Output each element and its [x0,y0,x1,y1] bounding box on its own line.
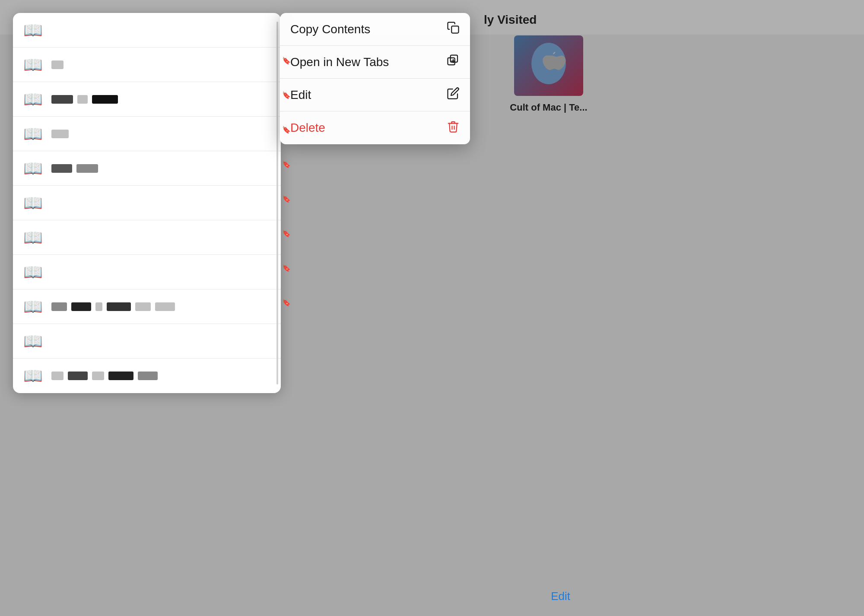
book-icon: 📖 [23,57,43,73]
bookmark-item[interactable]: 📖 [13,359,281,393]
bookmark-item[interactable]: 📖 [13,186,281,220]
open-new-tabs-label: Open in New Tabs [290,55,389,69]
edit-label: Edit [290,88,311,102]
copy-contents-menu-item[interactable]: Copy Contents [280,13,470,46]
sidebar-mini-icon: 🔖 [281,216,292,251]
book-icon: 📖 [23,333,43,349]
text-placeholder [92,372,104,380]
book-icon: 📖 [23,92,43,107]
text-placeholder [51,372,64,380]
sidebar-mini-icons: 🔖 🔖 🔖 🔖 🔖 🔖 🔖 🔖 [281,43,292,320]
text-placeholder [77,95,88,104]
text-placeholder [108,372,133,380]
context-menu: Copy Contents Open in New Tabs Edit [280,13,470,144]
sidebar-mini-icon: 🔖 [281,112,292,147]
sidebar-mini-icon: 🔖 [281,78,292,112]
text-placeholder [51,302,67,311]
text-placeholder [138,372,158,380]
edit-icon [447,87,460,103]
text-placeholder [51,130,69,138]
bookmark-item[interactable]: 📖 [13,117,281,151]
bookmark-item[interactable]: 📖 [13,13,281,48]
bookmark-item[interactable]: 📖 [13,255,281,289]
sidebar-mini-icon: 🔖 [281,43,292,78]
bookmark-content [51,95,270,104]
thumbnail-image [527,40,570,92]
sidebar-mini-icon: 🔖 [281,251,292,285]
copy-icon [447,21,460,37]
bookmark-item[interactable]: 📖 [13,324,281,359]
freq-visited-title: ly Visited [484,13,613,27]
bookmark-item[interactable]: 📖 [13,151,281,186]
text-placeholder [92,95,118,104]
bookmark-item[interactable]: 📖 [13,48,281,82]
text-placeholder [51,164,72,173]
text-placeholder [135,302,151,311]
cult-of-mac-thumbnail [514,35,583,96]
delete-label: Delete [290,121,325,135]
open-new-tabs-menu-item[interactable]: Open in New Tabs [280,46,470,79]
sidebar-mini-icon: 🔖 [281,181,292,216]
frequently-visited-section: ly Visited Cult of Mac | Te... [484,13,613,114]
text-placeholder [51,60,64,69]
sidebar-mini-icon: 🔖 [281,285,292,320]
text-placeholder [155,302,175,311]
trash-icon [447,120,460,136]
bookmark-content [51,372,270,380]
sidebar-mini-icon: 🔖 [281,147,292,181]
book-icon: 📖 [23,264,43,280]
book-icon: 📖 [23,126,43,142]
bookmark-content [51,302,270,311]
book-icon: 📖 [23,22,43,38]
book-icon: 📖 [23,368,43,384]
text-placeholder [107,302,131,311]
book-icon: 📖 [23,195,43,211]
new-tabs-icon [447,54,460,70]
bookmark-content [51,130,270,138]
scroll-indicator[interactable] [276,22,278,384]
freq-visited-item[interactable]: Cult of Mac | Te... [484,35,613,114]
bookmark-item[interactable]: 📖 [13,220,281,255]
text-placeholder [95,302,102,311]
edit-button[interactable]: Edit [551,590,570,603]
text-placeholder [51,95,73,104]
bookmark-item[interactable]: 📖 [13,289,281,324]
freq-visited-item-label: Cult of Mac | Te... [510,101,587,114]
bookmark-content [51,60,270,69]
bookmarks-panel: 📖 📖 📖 📖 📖 📖 [13,13,281,393]
text-placeholder [68,372,88,380]
edit-menu-item[interactable]: Edit [280,79,470,111]
bookmark-content [51,164,270,173]
text-placeholder [76,164,98,173]
book-icon: 📖 [23,299,43,314]
copy-contents-label: Copy Contents [290,22,370,36]
text-placeholder [71,302,91,311]
svg-rect-0 [451,26,458,33]
book-icon: 📖 [23,161,43,176]
book-icon: 📖 [23,230,43,245]
delete-menu-item[interactable]: Delete [280,111,470,144]
bookmark-item[interactable]: 📖 [13,82,281,117]
